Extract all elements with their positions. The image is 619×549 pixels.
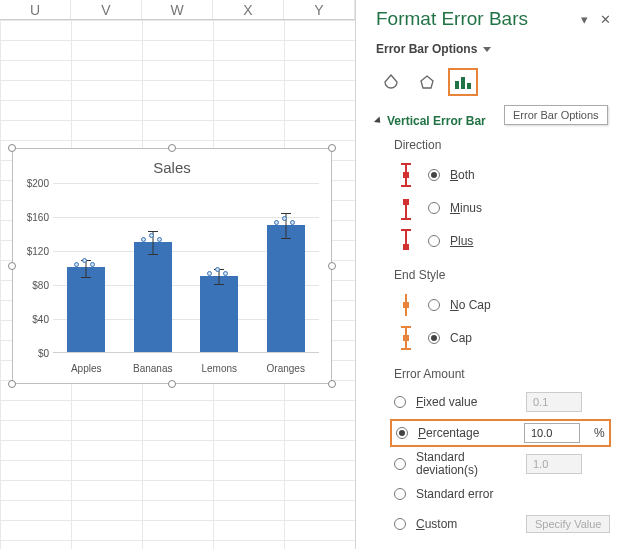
chart-plot-area[interactable]: $0$40$80$120$160$200ApplesBananasLemonsO…: [53, 183, 319, 353]
amount-percentage-option[interactable]: Percentage %: [390, 419, 611, 447]
column-header[interactable]: Y: [284, 0, 355, 19]
resize-handle[interactable]: [168, 380, 176, 388]
endstyle-cap-option[interactable]: Cap: [394, 323, 611, 353]
x-axis-tick-label: Lemons: [186, 363, 252, 374]
resize-handle[interactable]: [8, 144, 16, 152]
svg-marker-0: [421, 76, 433, 88]
resize-handle[interactable]: [328, 262, 336, 270]
amount-fixed-option[interactable]: Fixed value: [394, 389, 611, 415]
radio-icon: [428, 299, 440, 311]
chevron-down-icon: [483, 47, 491, 52]
amount-label: Error Amount: [394, 367, 611, 381]
direction-label: Direction: [394, 138, 611, 152]
y-axis-tick-label: $120: [17, 246, 49, 257]
column-header[interactable]: X: [213, 0, 284, 19]
radio-icon: [428, 202, 440, 214]
svg-rect-8: [403, 199, 409, 205]
bar-options-tab[interactable]: [448, 68, 478, 96]
y-axis-tick-label: $0: [17, 348, 49, 359]
column-header[interactable]: U: [0, 0, 71, 19]
embedded-chart[interactable]: Sales $0$40$80$120$160$200ApplesBananasL…: [12, 148, 332, 384]
radio-icon: [428, 332, 440, 344]
chart-bar[interactable]: [67, 267, 105, 352]
svg-rect-2: [461, 77, 465, 89]
resize-handle[interactable]: [8, 262, 16, 270]
svg-rect-13: [403, 244, 409, 250]
column-header[interactable]: V: [71, 0, 142, 19]
column-header-row: U V W X Y: [0, 0, 355, 20]
svg-rect-7: [403, 172, 409, 178]
pane-title: Format Error Bars: [376, 8, 528, 30]
endstyle-label: End Style: [394, 268, 611, 282]
fill-line-tab[interactable]: [376, 68, 406, 96]
radio-icon: [396, 427, 408, 439]
format-pane: Format Error Bars ▾ ✕ Error Bar Options …: [355, 0, 619, 549]
svg-rect-15: [403, 302, 409, 308]
resize-handle[interactable]: [8, 380, 16, 388]
column-header[interactable]: W: [142, 0, 213, 19]
x-axis-tick-label: Bananas: [120, 363, 186, 374]
radio-icon: [394, 458, 406, 470]
fixed-value-input[interactable]: [526, 392, 582, 412]
spreadsheet-area: U V W X Y Sales $0$40$80$120$160$200Appl…: [0, 0, 355, 549]
radio-icon: [394, 488, 406, 500]
resize-handle[interactable]: [168, 144, 176, 152]
y-axis-tick-label: $80: [17, 280, 49, 291]
options-dropdown[interactable]: Error Bar Options: [376, 42, 611, 56]
chart-bar[interactable]: [200, 276, 238, 353]
amount-custom-option[interactable]: Custom Specify Value: [394, 511, 611, 537]
svg-rect-19: [403, 335, 409, 341]
direction-both-option[interactable]: Both: [394, 160, 611, 190]
y-axis-tick-label: $40: [17, 314, 49, 325]
x-axis-tick-label: Apples: [53, 363, 119, 374]
pane-close-button[interactable]: ✕: [600, 12, 611, 27]
svg-rect-3: [467, 83, 471, 89]
percentage-input[interactable]: [524, 423, 580, 443]
collapse-icon: [374, 116, 383, 125]
effects-tab[interactable]: [412, 68, 442, 96]
tooltip: Error Bar Options: [504, 105, 608, 125]
direction-minus-option[interactable]: Minus: [394, 193, 611, 223]
resize-handle[interactable]: [328, 380, 336, 388]
radio-icon: [428, 235, 440, 247]
endstyle-nocap-option[interactable]: No Cap: [394, 290, 611, 320]
radio-icon: [428, 169, 440, 181]
direction-plus-option[interactable]: Plus: [394, 226, 611, 256]
chart-bar[interactable]: [267, 225, 305, 353]
chart-bar[interactable]: [134, 242, 172, 353]
chart-title[interactable]: Sales: [13, 159, 331, 176]
pane-menu-button[interactable]: ▾: [581, 12, 588, 27]
svg-rect-1: [455, 81, 459, 89]
y-axis-tick-label: $160: [17, 212, 49, 223]
y-axis-tick-label: $200: [17, 178, 49, 189]
stddev-input[interactable]: [526, 454, 582, 474]
resize-handle[interactable]: [328, 144, 336, 152]
specify-value-button[interactable]: Specify Value: [526, 515, 610, 533]
amount-stddev-option[interactable]: Standard deviation(s): [394, 451, 611, 477]
x-axis-tick-label: Oranges: [253, 363, 319, 374]
radio-icon: [394, 518, 406, 530]
amount-stderr-option[interactable]: Standard error: [394, 481, 611, 507]
radio-icon: [394, 396, 406, 408]
